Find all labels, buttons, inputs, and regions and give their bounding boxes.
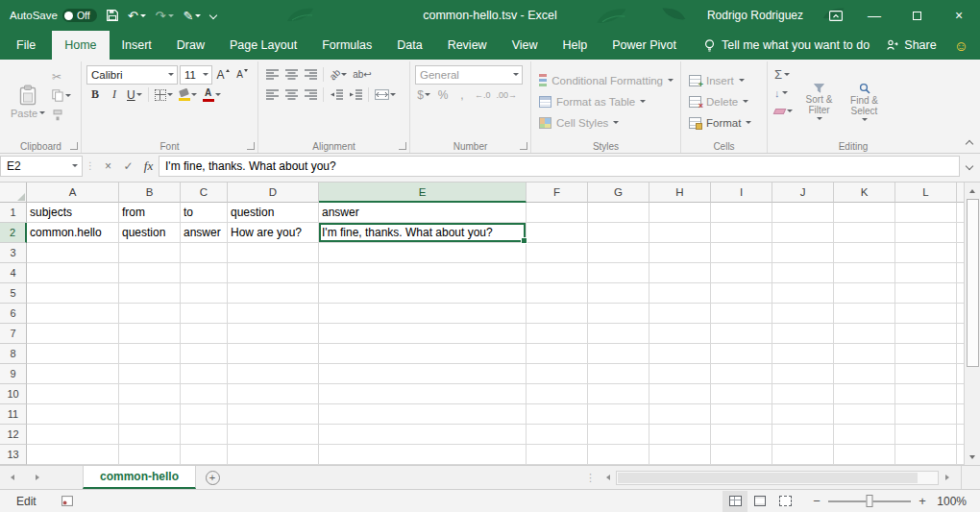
cell-E10[interactable] [319, 384, 527, 404]
clear-button[interactable] [772, 103, 795, 119]
cell-K2[interactable] [834, 223, 895, 243]
cell-J11[interactable] [772, 404, 834, 425]
cell-J9[interactable] [772, 364, 834, 384]
column-header-G[interactable]: G [588, 183, 649, 203]
tab-home[interactable]: Home [52, 31, 109, 60]
cell-A7[interactable] [27, 324, 119, 344]
cell-K4[interactable] [834, 263, 895, 283]
cell-D9[interactable] [228, 364, 319, 384]
sort-filter-button[interactable]: Sort & Filter [796, 64, 842, 138]
cell-B11[interactable] [119, 404, 181, 425]
cell-K9[interactable] [834, 364, 895, 384]
chevron-down-icon[interactable] [787, 110, 793, 112]
format-as-table-button[interactable]: Format as Table [536, 91, 676, 111]
cell-D11[interactable] [228, 404, 319, 425]
cell-K8[interactable] [834, 344, 895, 364]
cell-L7[interactable] [895, 324, 957, 344]
cell-H9[interactable] [649, 364, 711, 384]
bottom-align-button[interactable] [302, 65, 319, 84]
share-button[interactable]: Share [873, 38, 949, 52]
tab-data[interactable]: Data [384, 31, 434, 60]
redo-button[interactable]: ↷ [156, 9, 174, 23]
select-all-corner[interactable] [0, 183, 27, 203]
chevron-down-icon[interactable] [513, 73, 519, 76]
cell-J10[interactable] [772, 384, 834, 404]
page-break-preview-button[interactable] [772, 491, 797, 512]
cell-C5[interactable] [181, 283, 228, 304]
scroll-down-button[interactable] [965, 451, 980, 463]
cell-C13[interactable] [181, 445, 228, 465]
cut-button[interactable]: ✂ [50, 68, 73, 85]
merge-center-button[interactable] [373, 85, 398, 104]
number-format-select[interactable]: General [415, 65, 523, 85]
cell-E2[interactable]: I'm fine, thanks. What about you? [319, 223, 527, 243]
cell-I5[interactable] [711, 283, 772, 304]
decrease-font-size-button[interactable]: A [233, 65, 251, 84]
cell-I12[interactable] [711, 425, 772, 445]
cell-L4[interactable] [895, 263, 957, 283]
cell-E4[interactable] [319, 263, 527, 283]
row-header-7[interactable]: 7 [0, 324, 27, 344]
cell-A9[interactable] [27, 364, 119, 384]
row-header-6[interactable]: 6 [0, 304, 27, 324]
increase-indent-button[interactable] [347, 85, 364, 104]
zoom-level[interactable]: 100% [936, 495, 967, 508]
cell-G4[interactable] [588, 263, 649, 283]
cell-I2[interactable] [711, 223, 772, 243]
cell-B1[interactable]: from [119, 203, 181, 223]
chevron-down-icon[interactable] [203, 73, 208, 76]
chevron-down-icon[interactable] [191, 93, 197, 96]
cell-D6[interactable] [228, 304, 319, 324]
cell-G7[interactable] [588, 324, 649, 344]
cell-H10[interactable] [649, 384, 711, 404]
chevron-down-icon[interactable] [425, 93, 430, 96]
chevron-down-icon[interactable] [784, 73, 790, 76]
cell-D5[interactable] [228, 283, 319, 304]
cell-A1[interactable]: subjects [27, 203, 119, 223]
cell-A3[interactable] [27, 243, 119, 263]
cell-A6[interactable] [27, 304, 119, 324]
chevron-down-icon[interactable] [195, 14, 201, 17]
cell-G3[interactable] [588, 243, 649, 263]
cell-I11[interactable] [711, 404, 772, 425]
cell-I6[interactable] [711, 304, 772, 324]
collapse-ribbon-button[interactable] [966, 140, 973, 148]
percent-style-button[interactable]: % [434, 85, 452, 104]
new-sheet-button[interactable]: + [196, 466, 229, 489]
tab-file[interactable]: File [0, 31, 52, 60]
borders-button[interactable] [153, 85, 175, 104]
cell-H6[interactable] [649, 304, 711, 324]
customize-quick-access-button[interactable] [210, 12, 216, 18]
chevron-down-icon[interactable] [136, 93, 142, 96]
chevron-down-icon[interactable] [140, 14, 146, 17]
cell-E9[interactable] [319, 364, 527, 384]
cell-F3[interactable] [527, 243, 588, 263]
cell-I13[interactable] [711, 445, 772, 465]
fill-button[interactable]: ↓ [772, 85, 795, 101]
cell-J8[interactable] [772, 344, 834, 364]
column-header-E[interactable]: E [319, 183, 527, 203]
cell-J7[interactable] [772, 324, 834, 344]
horizontal-scrollbar[interactable] [600, 466, 955, 489]
center-button[interactable] [282, 85, 300, 104]
tab-draw[interactable]: Draw [164, 31, 217, 60]
tab-help[interactable]: Help [551, 31, 600, 60]
cell-G8[interactable] [588, 344, 649, 364]
close-button[interactable]: × [938, 0, 980, 31]
autosave-toggle[interactable]: AutoSave Off [10, 9, 97, 22]
zoom-out-button[interactable]: − [809, 494, 824, 508]
cell-E11[interactable] [319, 404, 527, 425]
cell-A11[interactable] [27, 404, 119, 425]
cell-I7[interactable] [711, 324, 772, 344]
scroll-left-button[interactable] [600, 466, 616, 489]
cell-F7[interactable] [527, 324, 588, 344]
chevron-down-icon[interactable] [168, 14, 174, 17]
cell-J13[interactable] [772, 445, 834, 465]
cell-G10[interactable] [588, 384, 649, 404]
cell-K7[interactable] [834, 324, 895, 344]
cell-H2[interactable] [649, 223, 711, 243]
ribbon-display-options-button[interactable] [819, 0, 853, 31]
feedback-smiley-button[interactable]: ☺ [950, 37, 980, 54]
cell-G1[interactable] [588, 203, 649, 223]
cell-J4[interactable] [772, 263, 834, 283]
